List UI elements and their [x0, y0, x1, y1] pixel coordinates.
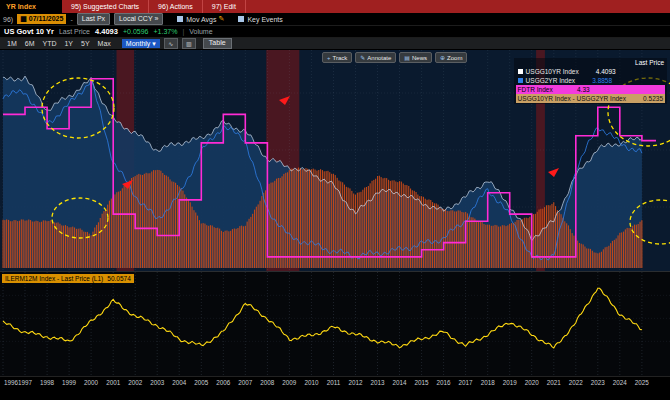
line-chart-type-button[interactable]: ∿	[164, 38, 178, 49]
x-axis-year-label: 2016	[433, 379, 455, 386]
footer-strip	[0, 390, 670, 400]
mov-avgs-label: Mov Avgs	[186, 16, 216, 23]
interval-dropdown[interactable]: Monthly ▾	[122, 39, 160, 48]
security-name: US Govt 10 Yr	[4, 27, 54, 36]
last-price-value: 4.4093	[95, 27, 118, 36]
x-axis-year-label: 2009	[278, 379, 300, 386]
range-tab-ytd[interactable]: YTD	[38, 40, 60, 47]
field-number: 96)	[3, 16, 13, 23]
range-tab-5y[interactable]: 5Y	[77, 40, 94, 47]
window-ticker: YR Index	[0, 0, 62, 13]
zoom-button[interactable]: ⊕Zoom	[435, 52, 467, 63]
range-tab-6m[interactable]: 6M	[21, 40, 39, 47]
x-axis-year-label: 2003	[146, 379, 168, 386]
x-axis-year-label: 2000	[80, 379, 102, 386]
news-button[interactable]: ▤News	[399, 52, 432, 63]
menu-items: 95) Suggested Charts96) Actions97) Edit	[62, 0, 246, 13]
x-axis-year-label: 2019	[499, 379, 521, 386]
track-label: Track	[333, 55, 348, 61]
menu-bar: YR Index 95) Suggested Charts96) Actions…	[0, 0, 670, 13]
annotate-label: Annotate	[367, 55, 391, 61]
x-axis-year-label: 2006	[212, 379, 234, 386]
x-axis-year-label: 2002	[124, 379, 146, 386]
menu-item-actions[interactable]: 96) Actions	[149, 0, 203, 13]
currency-button[interactable]: Local CCY »	[114, 13, 163, 25]
track-icon: +	[327, 55, 331, 61]
chart-legend: Last Price USGG10YR Index4.4093USGG2YR I…	[514, 58, 667, 104]
legend-header: Last Price	[635, 59, 665, 66]
x-axis-year-label: 2011	[322, 379, 344, 386]
x-axis-year-label: 1997	[14, 379, 36, 386]
annotate-button[interactable]: ✎Annotate	[355, 52, 396, 63]
date-controls-row: 96) ▦ 07/11/2025 - Last Px Local CCY » M…	[0, 13, 670, 26]
legend-series-value: 4.4093	[588, 68, 616, 75]
x-axis-year-label: 2017	[455, 379, 477, 386]
x-axis-year-label: 2001	[102, 379, 124, 386]
volume-label: Volume	[189, 28, 212, 35]
legend-swatch	[518, 78, 523, 83]
price-pct-change: +1.37%	[153, 28, 177, 35]
menu-item-edit[interactable]: 97) Edit	[203, 0, 246, 13]
legend-row[interactable]: FDTR Index4.33	[516, 85, 665, 94]
legend-series-name: USGG2YR Index	[526, 77, 576, 84]
legend-series-value: 4.33	[562, 86, 590, 93]
chart-tools: +Track✎Annotate▤News⊕Zoom	[322, 52, 467, 63]
line-chart-icon: ∿	[168, 40, 173, 47]
x-axis-year-label: 2012	[344, 379, 366, 386]
lower-chart-canvas[interactable]	[0, 272, 670, 376]
legend-row[interactable]: USGG10YR Index4.4093	[516, 67, 665, 76]
key-events-checkbox[interactable]: Key Events	[238, 16, 282, 23]
menu-item-suggested-charts[interactable]: 95) Suggested Charts	[62, 0, 149, 13]
x-axis-year-label: 2014	[389, 379, 411, 386]
zoom-icon: ⊕	[440, 54, 445, 61]
bloomberg-terminal: YR Index 95) Suggested Charts96) Actions…	[0, 0, 670, 400]
mov-avgs-checkbox[interactable]: Mov Avgs ✎	[177, 15, 224, 23]
table-button[interactable]: Table	[203, 38, 232, 49]
range-tabs: 1M6MYTD1Y5YMax	[3, 40, 115, 47]
x-axis-year-label: 2025	[631, 379, 653, 386]
legend-series-value: 0.5235	[635, 95, 663, 102]
x-axis-year-label: 2020	[521, 379, 543, 386]
range-tab-max[interactable]: Max	[94, 40, 115, 47]
key-events-label: Key Events	[247, 16, 282, 23]
legend-series-name: USGG10YR Index - USGG2YR Index	[518, 95, 626, 102]
x-axis: 1996199719981999200020012002200320042005…	[0, 376, 670, 390]
legend-series-name: USGG10YR Index	[526, 68, 579, 75]
x-axis-year-label: 2010	[300, 379, 322, 386]
date-field[interactable]: ▦ 07/11/2025	[17, 14, 66, 24]
divider: |	[182, 28, 184, 35]
chart-toolbar: 1M6MYTD1Y5YMax Monthly ▾ ∿ ▥ Table	[0, 38, 670, 50]
candle-chart-type-button[interactable]: ▥	[182, 38, 196, 49]
range-tab-1m[interactable]: 1M	[3, 40, 21, 47]
x-axis-year-label: 2024	[609, 379, 631, 386]
x-axis-year-label: 2008	[256, 379, 278, 386]
x-axis-year-label: 1998	[36, 379, 58, 386]
news-label: News	[412, 55, 427, 61]
pencil-icon: ✎	[219, 15, 225, 23]
checkbox-icon	[177, 16, 183, 22]
candles-icon: ▥	[186, 40, 192, 47]
checkbox-icon	[238, 16, 244, 22]
track-button[interactable]: +Track	[322, 52, 352, 63]
legend-series-name: FDTR Index	[518, 86, 553, 93]
range-tab-1y[interactable]: 1Y	[60, 40, 77, 47]
legend-row[interactable]: USGG10YR Index - USGG2YR Index0.5235	[516, 94, 665, 103]
chevron-down-icon: ▾	[152, 39, 156, 48]
x-axis-year-label: 2022	[565, 379, 587, 386]
legend-row[interactable]: USGG2YR Index3.8858	[516, 76, 665, 85]
date-value: 07/11/2025	[29, 14, 64, 24]
x-axis-year-label: 2018	[477, 379, 499, 386]
interval-value: Monthly	[126, 39, 151, 48]
zoom-label: Zoom	[447, 55, 462, 61]
x-axis-year-label: 2004	[168, 379, 190, 386]
legend-series-value: 3.8858	[584, 77, 612, 84]
lower-series-value: 50.0574	[107, 274, 131, 283]
lower-series-label[interactable]: ILERM12M Index - Last Price (L1) 50.0574	[2, 274, 134, 283]
price-mode-button[interactable]: Last Px	[77, 13, 110, 25]
date-separator: -	[70, 16, 72, 23]
x-axis-year-label: 2015	[411, 379, 433, 386]
x-axis-year-label: 1999	[58, 379, 80, 386]
calendar-icon: ▦	[20, 14, 27, 24]
x-axis-year-label: 2007	[234, 379, 256, 386]
security-strip: US Govt 10 Yr Last Price 4.4093 +0.0596 …	[0, 26, 670, 38]
